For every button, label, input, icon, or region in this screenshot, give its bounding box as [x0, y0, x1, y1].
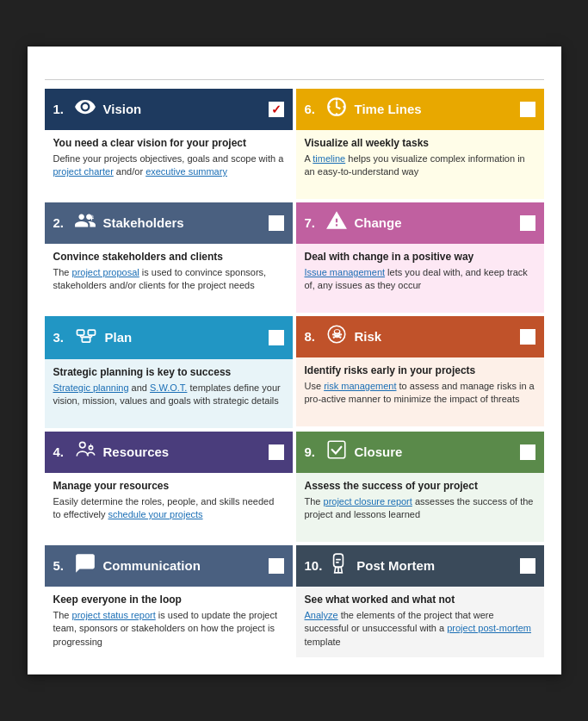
- section-body-2: Convince stakeholders and clientsThe pro…: [45, 244, 293, 313]
- section-1: 1.VisionYou need a clear vision for your…: [45, 89, 293, 199]
- section-header-4[interactable]: 4.+Resources: [45, 432, 293, 473]
- section-header-3[interactable]: 3.Plan: [45, 316, 293, 359]
- link-6-0[interactable]: timeline: [313, 153, 345, 164]
- section-body-title-3: Strategic planning is key to success: [53, 366, 284, 378]
- section-label-6: Time Lines: [355, 102, 520, 116]
- section-label-1: Vision: [103, 102, 269, 116]
- section-label-9: Closure: [355, 444, 520, 459]
- section-num-1: 1.: [53, 102, 69, 116]
- section-body-9: Assess the success of your projectThe pr…: [296, 473, 544, 542]
- section-header-9[interactable]: 9.Closure: [296, 432, 544, 473]
- svg-point-4: [343, 106, 345, 109]
- section-body-text-5: The project status report is used to upd…: [53, 609, 284, 649]
- section-5: 5.CommunicationKeep everyone in the loop…: [45, 545, 293, 657]
- link-3-0[interactable]: Strategic planning: [53, 382, 129, 393]
- section-num-2: 2.: [53, 215, 69, 230]
- checkbox-6[interactable]: [520, 102, 535, 117]
- section-body-4: Manage your resourcesEasily determine th…: [45, 473, 293, 542]
- section-header-8[interactable]: 8.☠Risk: [296, 316, 544, 357]
- section-label-8: Risk: [355, 329, 520, 344]
- warning-icon: [325, 209, 348, 237]
- section-body-title-6: Visualize all weekly tasks: [305, 137, 535, 149]
- link-10-1[interactable]: project post-mortem: [447, 623, 531, 633]
- resources-icon: +: [74, 438, 96, 466]
- link-3-1[interactable]: S.W.O.T.: [150, 382, 187, 393]
- section-body-text-8: Use risk management to assess and manage…: [305, 380, 535, 407]
- checkbox-2[interactable]: [269, 215, 284, 231]
- section-body-10: See what worked and what notAnalyze the …: [296, 587, 544, 657]
- svg-point-2: [335, 113, 337, 115]
- section-body-1: You need a clear vision for your project…: [45, 130, 293, 199]
- checkbox-9[interactable]: [520, 444, 535, 460]
- section-body-title-5: Keep everyone in the loop: [53, 594, 284, 606]
- section-header-6[interactable]: 6.Time Lines: [296, 89, 544, 130]
- svg-point-3: [328, 106, 331, 109]
- section-body-text-9: The project closure report assesses the …: [305, 495, 535, 522]
- section-body-8: Identify risks early in your projectsUse…: [296, 357, 544, 426]
- section-2: 2.+StakeholdersConvince stakeholders and…: [45, 202, 293, 313]
- section-num-3: 3.: [53, 330, 69, 345]
- section-header-1[interactable]: 1.Vision: [45, 89, 293, 130]
- section-body-3: Strategic planning is key to successStra…: [45, 359, 293, 428]
- section-header-7[interactable]: 7.Change: [296, 202, 544, 244]
- svg-point-15: [79, 442, 85, 448]
- closure-icon: [325, 438, 348, 466]
- link-9-0[interactable]: project closure report: [324, 496, 412, 507]
- section-body-6: Visualize all weekly tasksA timeline hel…: [296, 130, 544, 199]
- checkbox-1[interactable]: [269, 102, 284, 117]
- section-6: 6.Time LinesVisualize all weekly tasksA …: [296, 89, 544, 199]
- section-body-text-10: Analyze the elements of the project that…: [305, 609, 535, 649]
- checkbox-5[interactable]: [269, 558, 284, 574]
- section-header-10[interactable]: 10.Post Mortem: [296, 545, 544, 587]
- risk-icon: ☠: [325, 323, 348, 351]
- section-num-6: 6.: [305, 102, 320, 116]
- section-body-text-3: Strategic planning and S.W.O.T. template…: [53, 382, 284, 408]
- section-header-5[interactable]: 5.Communication: [45, 545, 293, 587]
- link-1-1[interactable]: executive summary: [145, 166, 227, 177]
- checkbox-3[interactable]: [269, 330, 284, 345]
- plan-icon: [74, 323, 98, 352]
- section-body-title-2: Convince stakeholders and clients: [53, 251, 284, 263]
- svg-text:☠: ☠: [331, 327, 342, 341]
- link-2-0[interactable]: project proposal: [72, 267, 139, 277]
- section-label-4: Resources: [103, 444, 269, 459]
- section-7: 7.ChangeDeal with change in a positive w…: [296, 202, 544, 313]
- section-label-10: Post Mortem: [356, 558, 519, 573]
- checkbox-8[interactable]: [520, 329, 535, 345]
- eye-icon: [74, 96, 96, 123]
- svg-text:+: +: [90, 214, 94, 223]
- section-body-title-7: Deal with change in a positive way: [305, 251, 535, 263]
- link-7-0[interactable]: Issue management: [305, 267, 386, 277]
- section-num-10: 10.: [305, 558, 323, 573]
- section-label-7: Change: [355, 215, 520, 230]
- section-num-8: 8.: [305, 329, 320, 344]
- svg-text:+: +: [89, 442, 93, 450]
- people-icon: +: [74, 209, 96, 237]
- link-1-0[interactable]: project charter: [53, 166, 114, 177]
- svg-rect-7: [77, 330, 84, 335]
- section-body-title-1: You need a clear vision for your project: [53, 137, 284, 149]
- section-body-text-6: A timeline helps you visualize complex i…: [305, 152, 535, 179]
- link-10-0[interactable]: Analyze: [305, 610, 338, 620]
- section-body-title-4: Manage your resources: [53, 480, 284, 492]
- chat-icon: [74, 552, 96, 580]
- checkbox-7[interactable]: [520, 215, 535, 231]
- link-5-0[interactable]: project status report: [72, 610, 156, 620]
- section-label-5: Communication: [103, 558, 269, 573]
- section-num-7: 7.: [305, 215, 320, 230]
- link-8-0[interactable]: risk management: [324, 381, 396, 391]
- checklist-grid: 1.VisionYou need a clear vision for your…: [45, 89, 544, 657]
- section-body-5: Keep everyone in the loopThe project sta…: [45, 587, 293, 657]
- section-9: 9.ClosureAssess the success of your proj…: [296, 432, 544, 542]
- page: 1.VisionYou need a clear vision for your…: [28, 47, 561, 674]
- postmortem-icon: [327, 552, 350, 580]
- section-label-2: Stakeholders: [103, 215, 269, 230]
- section-label-3: Plan: [105, 330, 269, 345]
- checkbox-4[interactable]: [269, 444, 284, 460]
- link-4-0[interactable]: schedule your projects: [108, 509, 203, 519]
- section-body-title-8: Identify risks early in your projects: [305, 364, 535, 376]
- section-3: 3.PlanStrategic planning is key to succe…: [45, 316, 293, 428]
- page-subtitle: [45, 64, 544, 80]
- section-header-2[interactable]: 2.+Stakeholders: [45, 202, 293, 244]
- checkbox-10[interactable]: [520, 558, 535, 574]
